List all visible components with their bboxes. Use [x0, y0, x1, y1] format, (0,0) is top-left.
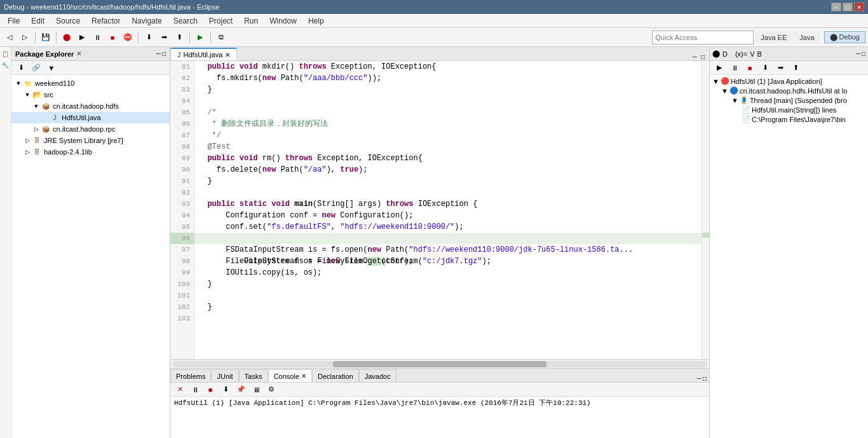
- pe-settings[interactable]: ▼: [44, 61, 58, 75]
- java-ee-button[interactable]: Java EE: [755, 32, 792, 43]
- pe-minimize[interactable]: ─: [156, 50, 161, 57]
- tree-item-hdfs-package[interactable]: ▼ 📦 cn.itcast.hadoop.hdfs: [11, 100, 170, 112]
- toolbar-terminate[interactable]: ■: [105, 31, 119, 44]
- debug-step-into-btn[interactable]: ⬇: [758, 61, 772, 75]
- tab-problems[interactable]: Problems: [170, 369, 211, 382]
- tab-javadoc[interactable]: Javadoc: [359, 369, 397, 382]
- pe-link[interactable]: 🔗: [29, 61, 43, 75]
- toolbar-disconnect[interactable]: ⛔: [121, 31, 135, 44]
- bottom-maximize[interactable]: □: [703, 375, 707, 382]
- console-pause[interactable]: ⏸: [188, 383, 202, 397]
- pe-header-controls[interactable]: ─ □: [156, 50, 166, 57]
- toolbar-run[interactable]: ▶: [193, 31, 207, 44]
- code-content[interactable]: public void mkdir() throws Exception, IO…: [194, 61, 702, 359]
- java-button[interactable]: Java: [794, 32, 820, 43]
- editor-minimize[interactable]: ─: [691, 53, 699, 60]
- debug-item-frame1[interactable]: 📄 HdfsUtil.main(String[]) lines: [711, 105, 867, 114]
- menu-refactor[interactable]: Refactor: [86, 15, 125, 27]
- console-scroll[interactable]: ⬇: [219, 383, 233, 397]
- menu-edit[interactable]: Edit: [26, 15, 50, 27]
- console-new[interactable]: 🖥: [249, 383, 263, 397]
- toolbar-step-return[interactable]: ⬆: [172, 31, 186, 44]
- toolbar-btn-2[interactable]: ▷: [18, 31, 32, 44]
- toolbar-btn-1[interactable]: ◁: [3, 31, 17, 44]
- console-clear[interactable]: ✕: [173, 383, 187, 397]
- code-line-87: */: [194, 130, 702, 141]
- tree-item-weekend110[interactable]: ▼ 📁 weekend110: [11, 78, 170, 89]
- menu-project[interactable]: Project: [204, 15, 238, 27]
- pe-tab-indicator: ✕: [76, 50, 81, 57]
- menu-navigate[interactable]: Navigate: [126, 15, 166, 27]
- debug-step-over-btn[interactable]: ➡: [773, 61, 787, 75]
- toolbar-new-window[interactable]: ⧉: [214, 31, 228, 44]
- tree-item-hdfsutil[interactable]: J HdfsUtil.java: [11, 112, 170, 123]
- pe-collapse[interactable]: ⬇: [14, 61, 28, 75]
- debug-item-app[interactable]: ▼ 🔴 HdfsUtil (1) [Java Application]: [711, 76, 867, 86]
- tree-item-rpc-package[interactable]: ▷ 📦 cn.itcast.hadoop.rpc: [11, 123, 170, 135]
- menu-window[interactable]: Window: [264, 15, 302, 27]
- menu-source[interactable]: Source: [51, 15, 85, 27]
- left-icon-2[interactable]: 🔧: [1, 61, 10, 70]
- package-explorer: Package Explorer ✕ ─ □ ⬇ 🔗 ▼ ▼ 📁 weekend…: [11, 47, 170, 438]
- debug-terminate-btn[interactable]: ■: [743, 61, 757, 75]
- line-87: 87: [170, 130, 194, 141]
- debug-item-thread[interactable]: ▼ 🧵 Thread [main] (Suspended (bro: [711, 95, 867, 105]
- console-line-1: HdfsUtil (1) [Java Application] C:\Progr…: [174, 398, 705, 407]
- right-minimize[interactable]: ─: [856, 50, 860, 57]
- toolbar-save[interactable]: 💾: [39, 31, 53, 44]
- tab-tasks[interactable]: Tasks: [239, 369, 268, 382]
- left-icons: 📋 🔧: [0, 47, 11, 438]
- line-numbers: 81 82 83 84 85 86 87 88 89 90 91 92 93 9…: [170, 61, 194, 359]
- debug-perspective-button[interactable]: ⬤ Debug: [824, 31, 865, 43]
- tab-declaration[interactable]: Declaration: [312, 369, 359, 382]
- debug-resume-btn[interactable]: ▶: [712, 61, 726, 75]
- menu-file[interactable]: File: [3, 15, 25, 27]
- class-arrow: ▼: [721, 87, 728, 95]
- toolbar-step-into[interactable]: ⬇: [142, 31, 156, 44]
- tree-item-hadoop-lib[interactable]: ▷ 🗄 hadoop-2.4.1lib: [11, 146, 170, 158]
- code-line-99: IOUtils.copy(is, os);: [194, 267, 702, 278]
- right-panel-controls[interactable]: ─ □: [856, 50, 865, 57]
- menu-search[interactable]: Search: [168, 15, 203, 27]
- line-88: 88: [170, 141, 194, 153]
- minimize-button[interactable]: –: [831, 3, 841, 11]
- debug-step-return-btn[interactable]: ⬆: [789, 61, 803, 75]
- tree-item-jre[interactable]: ▷ 🗄 JRE System Library [jre7]: [11, 135, 170, 146]
- tree-item-src[interactable]: ▼ 📂 src: [11, 89, 170, 100]
- close-button[interactable]: ✕: [854, 3, 864, 11]
- editor-maximize[interactable]: □: [699, 53, 707, 60]
- title-bar-controls[interactable]: – □ ✕: [831, 3, 864, 11]
- console-settings[interactable]: ⚙: [264, 383, 278, 397]
- console-pin[interactable]: 📌: [234, 383, 248, 397]
- line-91: 91: [170, 175, 194, 187]
- editor-tab-hdfsutil[interactable]: J HdfsUtil.java ✕: [170, 48, 237, 60]
- line-101: 101: [170, 290, 194, 301]
- toolbar-step-over[interactable]: ➡: [157, 31, 171, 44]
- console-close[interactable]: ✕: [301, 373, 306, 380]
- debug-suspend-btn[interactable]: ⏸: [728, 61, 742, 75]
- maximize-button[interactable]: □: [843, 3, 853, 11]
- quick-access-input[interactable]: [652, 31, 754, 44]
- editor-header-controls[interactable]: ─ □: [688, 53, 709, 60]
- left-icon-1[interactable]: 📋: [1, 50, 10, 58]
- tab-console[interactable]: Console ✕: [268, 369, 312, 382]
- console-stop[interactable]: ■: [203, 383, 217, 397]
- toolbar-debug[interactable]: ⬤: [60, 31, 74, 44]
- scroll-thumb[interactable]: [333, 361, 546, 367]
- toolbar-suspend[interactable]: ⏸: [90, 31, 104, 44]
- bottom-minimize[interactable]: ─: [697, 375, 702, 382]
- bottom-tab-controls[interactable]: ─ □: [695, 375, 709, 382]
- toolbar-resume[interactable]: ▶: [75, 31, 89, 44]
- menu-help[interactable]: Help: [303, 15, 329, 27]
- pe-maximize[interactable]: □: [162, 50, 166, 57]
- code-line-81: public void mkdir() throws Exception, IO…: [194, 61, 702, 72]
- tab-close[interactable]: ✕: [225, 51, 230, 58]
- scroll-track[interactable]: [173, 361, 707, 367]
- right-maximize[interactable]: □: [862, 50, 865, 57]
- tree-label-weekend110: weekend110: [35, 79, 74, 87]
- menu-run[interactable]: Run: [239, 15, 263, 27]
- tab-junit[interactable]: JUnit: [211, 369, 238, 382]
- debug-item-frame2[interactable]: 📄 C:\Program Files\Java\jre7\bin: [711, 114, 867, 124]
- h-scrollbar[interactable]: [170, 359, 709, 368]
- debug-item-class[interactable]: ▼ 🔵 cn.itcast.hadoop.hdfs.HdfsUtil at lo: [711, 86, 867, 95]
